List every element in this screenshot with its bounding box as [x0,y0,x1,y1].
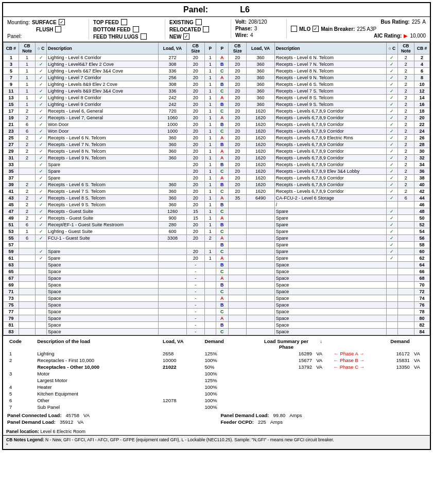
center-cbsz: 20 [229,81,247,88]
right-pole: ✓ [386,242,397,248]
left-p: 2 [204,235,216,242]
right-va [247,255,274,262]
left-va: 900 [159,215,186,222]
left-desc: Space [47,315,159,322]
left-cbsz: 20 [186,75,204,81]
right-cb-note: 2 [397,141,414,148]
right-va: 1620 [247,121,274,128]
center-cbsz: 20 [229,182,247,188]
left-p: 1 [204,141,216,148]
notes-text: N - New, GFI - GFCI, AFI - AFCI, GFP - G… [45,437,334,442]
left-cb-num: 19 [4,115,19,121]
panel-loc-label: Panel location: [6,429,39,434]
right-cb-note: 2 [397,75,414,81]
right-va: 360 [247,81,274,88]
left-cbsz: 20 [186,115,204,121]
center-phase: C [216,309,228,315]
left-cbsz: 20 [186,108,204,115]
header-section: Mounting: SURFACE ✓ FLUSH Panel: TOP FEE… [3,17,430,42]
summary-row: Largest Motor 125% [7,377,426,384]
left-va: 1060 [159,115,186,121]
left-va: 360 [159,182,186,188]
left-cb-note [19,282,35,289]
left-cbsz: 20 [186,88,204,95]
bus-section: Bus Rating: 225 A MLO ✓ Main Breaker: 22… [286,19,426,39]
right-desc: Recepts - Levels 6,7,8,9 Corridor [274,141,386,148]
left-pole: ✓ [36,188,47,195]
va-cell [161,384,202,390]
center-cbsz [229,289,247,295]
summary-table: Code Description of the load Load, VA De… [7,338,426,410]
left-cb-num: 53 [4,228,19,235]
left-desc: Spare [47,248,159,255]
right-pole [386,322,397,329]
left-cb-note: 6 [19,222,35,228]
left-pole: ✓ [36,148,47,155]
left-p: 1 [204,135,216,141]
left-cb-note: 6 [19,121,35,128]
left-desc: Lighting - Level6&7 Elev 2 Cove [47,61,159,68]
table-row: 75 Space - B Space 76 [4,302,430,309]
left-cb-num: 83 [4,329,19,335]
right-va: 1620 [247,161,274,168]
center-phase: A [216,235,228,242]
left-cb-num: 45 [4,202,19,208]
right-cb-note: 2 [397,81,414,88]
left-p: 1 [204,95,216,101]
left-cb-note: 2 [19,155,35,161]
right-pole [386,282,397,289]
center-cbsz [229,302,247,309]
right-desc: Recepts - Levels 6,7,8,9 Corridor [274,115,386,121]
feeder-ocpd-label: Feeder OCPD: [221,419,254,425]
left-cbsz: 20 [186,141,204,148]
va-cell [161,370,202,377]
down-arrow: ↓ [314,338,328,350]
left-desc: Recepts - Level 9 N. Telcom [47,155,159,161]
table-row: 9 1 ✓ Lighting - Levels 8&9 Elev 2 Cove … [4,81,430,88]
right-va [247,302,274,309]
left-cbsz: - [186,329,204,335]
center-cbsz: 20 [229,175,247,182]
top-feed-checkbox [121,19,127,25]
right-desc: Space [274,275,386,282]
left-p: 1 [204,255,216,262]
right-cb-note [397,235,414,242]
wire-label: Wire: [235,32,248,38]
center-cbsz: 20 [229,141,247,148]
right-cb-note [397,268,414,275]
summary-row: 1 Lighting 2658 125% 16289 VA ← Phase A … [7,350,426,357]
panel-value: L6 [240,5,250,14]
left-va [159,175,186,182]
right-cb-note [397,275,414,282]
table-row: 47 2 ✓ Recepts - Guest Suite 1260 15 1 C… [4,208,430,215]
left-cb-note [19,268,35,275]
va-cell: 10000 [161,357,202,364]
left-va: 308 [159,61,186,68]
mounting-section: Mounting: SURFACE ✓ FLUSH Panel: [7,19,84,39]
center-cbsz [229,242,247,248]
center-cbsz [229,215,247,222]
va-col-header: Load, VA [161,338,202,350]
right-cb-note: 2 [397,128,414,135]
left-cbsz: - [186,309,204,315]
center-phase: A [216,175,228,182]
left-cbsz-header: CB Size [186,43,204,55]
left-cb-note [19,175,35,182]
left-cb-note [19,248,35,255]
left-va [159,282,186,289]
panel-demand-amps-unit: Amps [289,412,302,418]
left-cb-num: 35 [4,168,19,175]
right-va: 1620 [247,115,274,121]
right-cb-num: 64 [414,262,430,268]
feed-section: TOP FEED BOTTOM FEED FEED THRU LUGS [89,19,161,40]
left-cb-note: 2 [19,108,35,115]
right-pole [386,315,397,322]
left-p [204,309,216,315]
right-cb-note [397,309,414,315]
panel-title-row: Panel: L6 [3,3,430,17]
center-cbsz [229,208,247,215]
right-va: 360 [247,75,274,81]
left-cb-num: 23 [4,128,19,135]
center-cbsz [229,282,247,289]
bus-rating-label: Bus Rating: [381,19,410,25]
